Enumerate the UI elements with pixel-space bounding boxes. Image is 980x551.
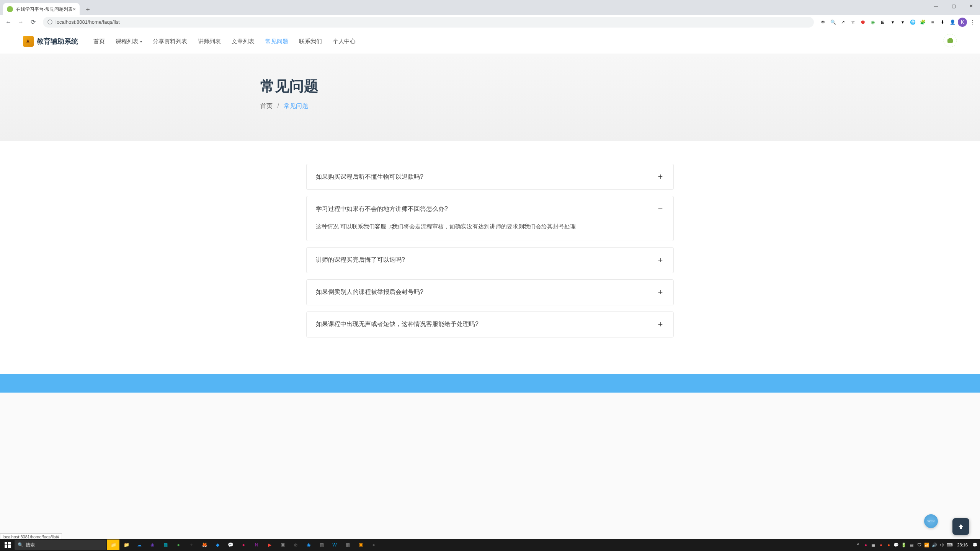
faq-section: 如果购买课程后听不懂生物可以退款吗?+学习过程中如果有不会的地方讲师不回答怎么办… <box>0 141 980 374</box>
ext-icon[interactable]: 👤 <box>948 18 957 27</box>
nav-materials[interactable]: 分享资料列表 <box>153 38 187 45</box>
minus-icon[interactable]: − <box>657 204 664 214</box>
ext-icon[interactable]: ⊞ <box>878 18 887 27</box>
plus-icon[interactable]: + <box>657 255 664 265</box>
svg-rect-2 <box>949 38 952 40</box>
footer-bar <box>0 374 980 393</box>
window-maximize[interactable]: ▢ <box>945 0 962 12</box>
profile-avatar[interactable]: K <box>958 18 967 27</box>
faq-question-header[interactable]: 如果购买课程后听不懂生物可以退款吗?+ <box>307 164 673 189</box>
new-tab-button[interactable]: + <box>83 4 93 15</box>
nav-contact[interactable]: 联系我们 <box>299 38 322 45</box>
faq-question-text: 如果倒卖别人的课程被举报后会封号吗? <box>316 288 423 296</box>
faq-item: 如果购买课程后听不懂生物可以退款吗?+ <box>306 164 674 190</box>
faq-question-text: 学习过程中如果有不会的地方讲师不回答怎么办? <box>316 205 448 213</box>
ext-icon[interactable]: ☆ <box>848 18 858 27</box>
extensions-row: 👁 🔍 ↗ ☆ ⬢ ◉ ⊞ ▾ ▾ 🌐 🧩 ≡ ⬇ 👤 K ⋮ <box>818 18 977 27</box>
chevron-down-icon: ▾ <box>140 39 142 44</box>
site-logo[interactable]: 教育辅助系统 <box>23 36 78 47</box>
main-nav: 首页 课程列表▾ 分享资料列表 讲师列表 文章列表 常见问题 联系我们 个人中心 <box>93 38 356 45</box>
plus-icon[interactable]: + <box>657 172 664 182</box>
logo-icon <box>23 36 34 47</box>
faq-question-header[interactable]: 如果倒卖别人的课程被举报后会封号吗?+ <box>307 280 673 305</box>
ext-icon[interactable]: 🌐 <box>908 18 917 27</box>
page-banner: 常见问题 首页 / 常见问题 <box>0 54 980 141</box>
faq-answer-text: 这种情况 可以联系我们客服，我们将会走流程审核，如确实没有达到讲师的要求则我们会… <box>307 222 673 241</box>
faq-question-header[interactable]: 讲师的课程买完后悔了可以退吗?+ <box>307 248 673 273</box>
nav-articles[interactable]: 文章列表 <box>232 38 255 45</box>
breadcrumb-home[interactable]: 首页 <box>260 103 273 109</box>
faq-question-text: 如果购买课程后听不懂生物可以退款吗? <box>316 173 423 181</box>
tab-title: 在线学习平台-常见问题列表 <box>16 6 73 13</box>
url-text: localhost:8081/home/faqs/list <box>56 19 120 25</box>
faq-item: 讲师的课程买完后悔了可以退吗?+ <box>306 247 674 273</box>
ext-icon[interactable]: 👁 <box>818 18 828 27</box>
nav-back-button[interactable]: ← <box>3 17 14 28</box>
plus-icon[interactable]: + <box>657 320 664 329</box>
faq-item: 如果课程中出现无声或者短缺，这种情况客服能给予处理吗?+ <box>306 311 674 337</box>
nav-forward-button[interactable]: → <box>15 17 26 28</box>
cart-icon[interactable] <box>943 34 957 49</box>
nav-courses[interactable]: 课程列表▾ <box>116 38 142 45</box>
tab-favicon <box>7 6 13 12</box>
nav-faq[interactable]: 常见问题 <box>265 38 288 45</box>
breadcrumb-current: 常见问题 <box>284 103 308 109</box>
extensions-icon[interactable]: 🧩 <box>918 18 927 27</box>
ext-icon[interactable]: ⬢ <box>858 18 867 27</box>
logo-text: 教育辅助系统 <box>37 37 78 46</box>
browser-tab-strip: 在线学习平台-常见问题列表 × + <box>0 0 980 15</box>
nav-profile[interactable]: 个人中心 <box>333 38 356 45</box>
nav-reload-button[interactable]: ⟳ <box>28 17 38 28</box>
ext-icon[interactable]: ↗ <box>838 18 848 27</box>
window-close[interactable]: ✕ <box>962 0 980 12</box>
page-title: 常见问题 <box>260 77 720 96</box>
faq-question-text: 讲师的课程买完后悔了可以退吗? <box>316 256 405 264</box>
site-header: 教育辅助系统 首页 课程列表▾ 分享资料列表 讲师列表 文章列表 常见问题 联系… <box>0 29 980 54</box>
ext-icon[interactable]: ≡ <box>928 18 937 27</box>
browser-menu-icon[interactable]: ⋮ <box>968 18 977 27</box>
breadcrumb: 首页 / 常见问题 <box>260 102 720 110</box>
faq-question-header[interactable]: 学习过程中如果有不会的地方讲师不回答怎么办?− <box>307 196 673 222</box>
ext-icon[interactable]: 🔍 <box>828 18 838 27</box>
ext-icon[interactable]: ▾ <box>898 18 907 27</box>
faq-item: 如果倒卖别人的课程被举报后会封号吗?+ <box>306 279 674 305</box>
faq-item: 学习过程中如果有不会的地方讲师不回答怎么办?−这种情况 可以联系我们客服，我们将… <box>306 196 674 241</box>
address-bar[interactable]: ⓘ localhost:8081/home/faqs/list <box>43 17 814 28</box>
window-minimize[interactable]: — <box>927 0 945 12</box>
nav-home[interactable]: 首页 <box>93 38 105 45</box>
ext-icon[interactable]: ▾ <box>888 18 897 27</box>
downloads-icon[interactable]: ⬇ <box>938 18 947 27</box>
browser-toolbar: ← → ⟳ ⓘ localhost:8081/home/faqs/list 👁 … <box>0 15 980 29</box>
breadcrumb-separator: / <box>277 103 279 109</box>
ext-icon[interactable]: ◉ <box>868 18 877 27</box>
browser-tab-active[interactable]: 在线学习平台-常见问题列表 × <box>3 3 80 15</box>
tab-close-icon[interactable]: × <box>73 6 76 12</box>
site-info-icon[interactable]: ⓘ <box>47 19 52 26</box>
faq-question-text: 如果课程中出现无声或者短缺，这种情况客服能给予处理吗? <box>316 320 479 328</box>
nav-instructors[interactable]: 讲师列表 <box>198 38 221 45</box>
plus-icon[interactable]: + <box>657 287 664 297</box>
faq-question-header[interactable]: 如果课程中出现无声或者短缺，这种情况客服能给予处理吗?+ <box>307 312 673 337</box>
